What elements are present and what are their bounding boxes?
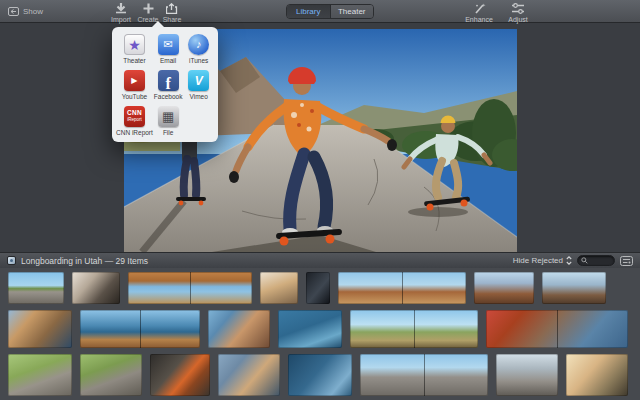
enhance-button[interactable]: Enhance: [462, 3, 496, 23]
search-field[interactable]: [577, 255, 615, 266]
import-button[interactable]: Import: [107, 3, 135, 23]
event-bar: Longboarding in Utah — 29 Items Hide Rej…: [0, 252, 640, 268]
tab-theater[interactable]: Theater: [330, 5, 374, 18]
tab-library-label: Library: [296, 7, 320, 16]
thumbnail-group-selfie[interactable]: [208, 310, 270, 348]
thumbnail-road-highfive[interactable]: [496, 354, 558, 396]
import-label: Import: [111, 16, 131, 23]
share-item-theater[interactable]: ★Theater: [116, 34, 153, 64]
hide-rejected-label: Hide Rejected: [513, 256, 563, 265]
thumbnail-helmet-girl[interactable]: [218, 354, 280, 396]
share-item-cnn[interactable]: CNNiReportCNN iReport: [116, 106, 153, 136]
filmstrip-row: [8, 272, 640, 304]
share-item-label: iTunes: [189, 57, 208, 64]
thumbnail-teal-swimmer[interactable]: [278, 310, 342, 348]
thumbnail-window-interior[interactable]: [306, 272, 330, 304]
share-label: Share: [163, 16, 182, 23]
share-button[interactable]: Share: [158, 3, 186, 23]
thumbnail-downhill-pair[interactable]: [80, 354, 142, 396]
share-item-facebook[interactable]: fFacebook: [153, 70, 184, 100]
share-item-label: YouTube: [122, 93, 148, 100]
adjust-sliders-icon: [511, 3, 525, 14]
share-item-label: Theater: [123, 57, 145, 64]
itunes-icon: ♪: [188, 34, 209, 55]
updown-chevrons-icon: [566, 256, 572, 265]
share-item-label: Facebook: [154, 93, 183, 100]
import-icon: [115, 3, 127, 14]
create-plus-icon: [143, 3, 154, 14]
thumbnail-road-skate-clip[interactable]: [360, 354, 488, 396]
enhance-wand-icon: [473, 3, 486, 14]
imovie-window: Show Import Create Share Library: [0, 0, 640, 400]
clip-appearance-icon: [620, 256, 633, 266]
adjust-button[interactable]: Adjust: [503, 3, 533, 23]
show-sidebar-icon: [8, 7, 19, 16]
thumbnail-group-overlook[interactable]: [542, 272, 606, 304]
share-popover-grid: ★Theater✉Email♪iTunes▶YouTubefFacebookVV…: [116, 34, 214, 136]
vimeo-icon: V: [188, 70, 209, 91]
search-icon: [581, 257, 588, 264]
share-popover: ★Theater✉Email♪iTunes▶YouTubefFacebookVV…: [112, 27, 218, 142]
email-icon: ✉: [158, 34, 179, 55]
event-icon: [7, 256, 16, 265]
show-sidebar-button[interactable]: Show: [8, 7, 43, 16]
cnn-icon: CNNiReport: [124, 106, 145, 127]
clip-appearance-button[interactable]: [620, 256, 633, 266]
tab-library[interactable]: Library: [287, 5, 330, 18]
hide-rejected-filter[interactable]: Hide Rejected: [513, 256, 572, 265]
thumbnail-wheel-closeup[interactable]: [150, 354, 210, 396]
thumbnail-rock-arch-clip[interactable]: [128, 272, 252, 304]
share-item-label: Vimeo: [190, 93, 208, 100]
thumbnail-boy-in-water[interactable]: [288, 354, 352, 396]
thumbnail-downhill-skater[interactable]: [8, 354, 72, 396]
youtube-icon: ▶: [124, 70, 145, 91]
share-item-label: Email: [160, 57, 176, 64]
thumbnail-monument-valley-clip[interactable]: [338, 272, 466, 304]
file-icon: ▦: [158, 106, 179, 127]
toolbar: Show Import Create Share Library: [0, 0, 640, 23]
share-icon: [166, 3, 179, 14]
share-item-file[interactable]: ▦File: [153, 106, 184, 136]
thumbnail-road-landscape[interactable]: [8, 272, 64, 304]
viewer-area: ★Theater✉Email♪iTunes▶YouTubefFacebookVV…: [0, 23, 640, 252]
share-item-label: CNN iReport: [116, 129, 153, 136]
thumbnail-mountain-bike-clip[interactable]: [350, 310, 478, 348]
enhance-label: Enhance: [465, 16, 493, 23]
share-item-itunes[interactable]: ♪iTunes: [183, 34, 214, 64]
thumbnail-lake-cliff-skate-clip[interactable]: [80, 310, 200, 348]
share-item-label: File: [163, 129, 173, 136]
event-title: Longboarding in Utah — 29 Items: [21, 256, 148, 266]
share-item-email[interactable]: ✉Email: [153, 34, 184, 64]
show-label: Show: [23, 7, 43, 16]
share-item-youtube[interactable]: ▶YouTube: [116, 70, 153, 100]
search-input[interactable]: [590, 257, 611, 264]
adjust-label: Adjust: [508, 16, 527, 23]
tab-theater-label: Theater: [338, 7, 366, 16]
filmstrip: [0, 268, 640, 400]
theater-icon: ★: [124, 34, 145, 55]
share-item-vimeo[interactable]: VVimeo: [183, 70, 214, 100]
thumbnail-sunset-silhouette[interactable]: [566, 354, 628, 396]
filmstrip-row: [8, 310, 640, 348]
thumbnail-canyon-overlook[interactable]: [474, 272, 534, 304]
library-theater-tabs: Library Theater: [286, 4, 374, 19]
thumbnail-red-helmet-closeup-clip[interactable]: [486, 310, 628, 348]
thumbnail-guitar-campfire[interactable]: [8, 310, 72, 348]
thumbnail-sunglasses-closeup[interactable]: [72, 272, 120, 304]
thumbnail-man-in-hat[interactable]: [260, 272, 298, 304]
facebook-icon: f: [158, 70, 179, 91]
filmstrip-row: [8, 354, 640, 396]
